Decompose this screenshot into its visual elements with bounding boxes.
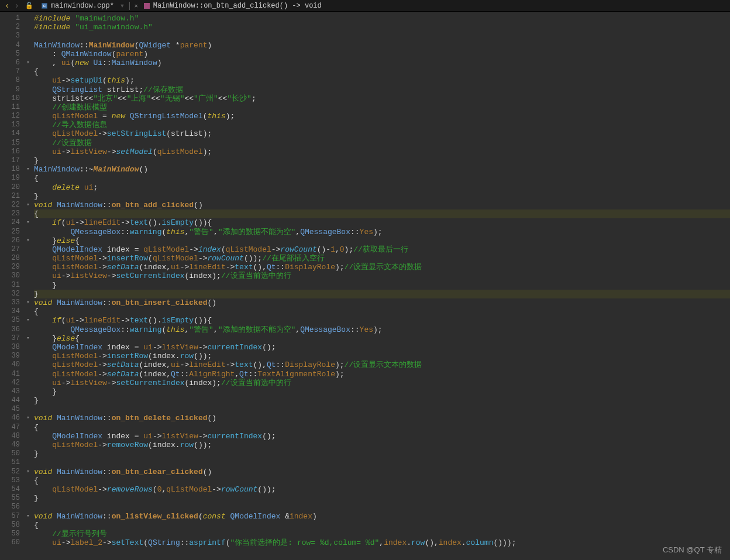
line-number: 23 — [0, 209, 20, 218]
code-line[interactable]: } — [34, 449, 730, 458]
code-line[interactable]: qListModel->setData(index,ui->lineEdit->… — [34, 360, 730, 369]
line-number: 55 — [0, 494, 20, 503]
code-line[interactable]: QStringList strList;//保存数据 — [34, 85, 730, 94]
tab-dropdown-icon[interactable]: ▾ — [119, 1, 126, 11]
code-line[interactable]: ui->label_2->setText(QString::asprintf("… — [34, 538, 730, 547]
code-line[interactable]: ui->listView->setCurrentIndex(index);//设… — [34, 379, 730, 387]
fold-column[interactable]: ▾▾▾▾▾▾▾▾▾▾▾ — [25, 12, 32, 560]
fold-marker[interactable]: ▾ — [25, 165, 32, 174]
lock-icon[interactable]: 🔓 — [22, 2, 37, 9]
fold-marker[interactable]: ▾ — [25, 414, 32, 422]
code-line[interactable]: ui->setupUi(this); — [34, 76, 730, 85]
line-number: 11 — [0, 103, 20, 112]
fold-marker[interactable]: ▾ — [25, 298, 32, 307]
fold-marker[interactable]: ▾ — [25, 468, 32, 476]
code-line[interactable]: { — [34, 307, 730, 316]
code-line[interactable]: if(ui->lineEdit->text().isEmpty()){ — [34, 218, 730, 227]
fold-marker[interactable]: ▾ — [25, 316, 32, 325]
code-line[interactable] — [34, 503, 730, 511]
code-line[interactable]: { — [34, 67, 730, 76]
nav-back-icon[interactable]: ‹ — [2, 1, 12, 11]
fold-marker[interactable]: ▾ — [25, 236, 32, 245]
code-line[interactable]: qListModel = new QStringListModel(this); — [34, 112, 730, 121]
code-line[interactable]: ui->listView->setCurrentIndex(index);//设… — [34, 272, 730, 280]
code-line[interactable]: } — [34, 387, 730, 396]
code-line[interactable]: QModelIndex index = qListModel->index(qL… — [34, 245, 730, 254]
fold-marker[interactable]: ▾ — [25, 512, 32, 521]
code-line[interactable]: qListModel->setData(index,ui->lineEdit->… — [34, 263, 730, 272]
code-line[interactable]: } — [34, 192, 730, 201]
code-line[interactable]: QMessageBox::warning(this,"警告","添加的数据不能为… — [34, 228, 730, 236]
code-line[interactable]: void MainWindow::on_btn_insert_clicked() — [34, 298, 730, 307]
breadcrumb: MainWindow::on_btn_add_clicked() -> void — [153, 2, 322, 10]
fold-marker — [25, 50, 32, 59]
code-line[interactable]: { — [34, 521, 730, 530]
fold-marker[interactable]: ▾ — [25, 201, 32, 209]
fold-marker — [25, 67, 32, 76]
code-line[interactable]: void MainWindow::on_btn_delete_clicked() — [34, 414, 730, 422]
code-line[interactable]: delete ui; — [34, 183, 730, 192]
code-line[interactable]: } — [34, 281, 730, 290]
code-line[interactable]: QMessageBox::warning(this,"警告","添加的数据不能为… — [34, 325, 730, 334]
code-line[interactable]: qListModel->insertRow(index.row()); — [34, 352, 730, 360]
code-line[interactable]: } — [34, 156, 730, 165]
code-line[interactable] — [34, 405, 730, 414]
tab-filename: mainwindow.cpp* — [51, 2, 114, 10]
fold-marker[interactable]: ▾ — [25, 334, 32, 343]
fold-marker — [25, 503, 32, 511]
code-line[interactable]: if(ui->lineEdit->text().isEmpty()){ — [34, 316, 730, 325]
code-line[interactable]: qListModel->setData(index,Qt::AlignRight… — [34, 370, 730, 379]
breadcrumb-tab[interactable]: MainWindow::on_btn_add_clicked() -> void — [139, 0, 326, 11]
code-editor[interactable]: 1234567891011121314151617181920212223242… — [0, 12, 730, 560]
code-line[interactable]: qListModel->setStringList(strList); — [34, 129, 730, 138]
code-line[interactable]: }else{ — [34, 334, 730, 343]
code-line[interactable]: //导入数据信息 — [34, 121, 730, 129]
code-line[interactable]: //创建数据模型 — [34, 103, 730, 112]
code-line[interactable]: qListModel->removeRow(index.row()); — [34, 441, 730, 449]
code-line[interactable]: #include "mainwindow.h" — [34, 14, 730, 23]
fold-marker — [25, 432, 32, 441]
close-icon[interactable]: ✕ — [133, 2, 139, 9]
fold-marker — [25, 192, 32, 201]
code-line[interactable]: } — [34, 396, 730, 405]
fold-marker — [25, 449, 32, 458]
code-line[interactable]: void MainWindow::on_listView_clicked(con… — [34, 512, 730, 521]
code-area[interactable]: #include "mainwindow.h"#include "ui_main… — [32, 12, 730, 560]
file-tab[interactable]: c mainwindow.cpp* — [37, 0, 119, 11]
code-line[interactable]: qListModel->insertRow(qListModel->rowCou… — [34, 254, 730, 263]
code-line[interactable]: QModelIndex index = ui->listView->curren… — [34, 432, 730, 441]
code-line[interactable]: void MainWindow::on_btn_add_clicked() — [34, 201, 730, 209]
code-line[interactable]: }else{ — [34, 236, 730, 245]
line-number: 36 — [0, 325, 20, 334]
line-number: 37 — [0, 334, 20, 343]
code-line[interactable] — [34, 458, 730, 467]
fold-marker — [25, 32, 32, 40]
fold-marker[interactable]: ▾ — [25, 218, 32, 227]
line-number: 6 — [0, 59, 20, 67]
code-line[interactable]: //显示行号列号 — [34, 530, 730, 538]
code-line[interactable]: { — [34, 174, 730, 183]
code-line[interactable] — [34, 32, 730, 40]
code-line[interactable]: QModelIndex index = ui->listView->curren… — [34, 343, 730, 352]
code-line[interactable]: } — [34, 290, 730, 298]
code-line[interactable]: //设置数据 — [34, 139, 730, 147]
code-line[interactable]: , ui(new Ui::MainWindow) — [34, 59, 730, 67]
code-line[interactable]: qListModel->removeRows(0,qListModel->row… — [34, 485, 730, 494]
code-line[interactable]: : QMainWindow(parent) — [34, 50, 730, 59]
code-line[interactable]: #include "ui_mainwindow.h" — [34, 23, 730, 32]
code-line[interactable]: MainWindow::~MainWindow() — [34, 165, 730, 174]
fold-marker — [25, 254, 32, 263]
code-line[interactable]: void MainWindow::on_btn_clear_clicked() — [34, 468, 730, 476]
code-line[interactable]: strList<<"北京"<<"上海"<<"无锡"<<"广州"<<"长沙"; — [34, 94, 730, 103]
code-line[interactable]: { — [34, 476, 730, 485]
fold-marker[interactable]: ▾ — [25, 59, 32, 67]
line-number: 41 — [0, 370, 20, 379]
code-line[interactable]: ui->listView->setModel(qListModel); — [34, 147, 730, 156]
nav-forward-icon[interactable]: › — [12, 1, 21, 11]
code-line[interactable]: { — [34, 209, 730, 218]
code-line[interactable]: } — [34, 494, 730, 503]
code-line[interactable]: { — [34, 423, 730, 432]
code-line[interactable]: MainWindow::MainWindow(QWidget *parent) — [34, 41, 730, 50]
line-number: 15 — [0, 139, 20, 147]
fold-marker — [25, 209, 32, 218]
